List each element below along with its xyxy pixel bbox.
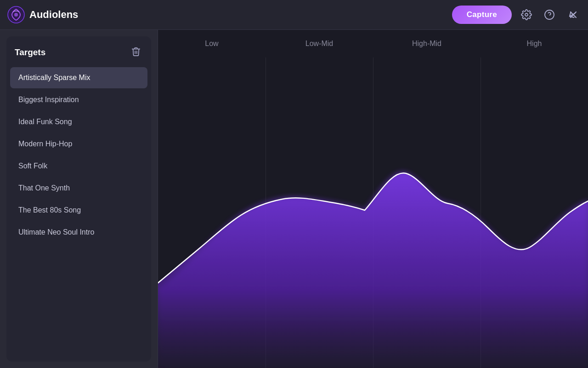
main-content: Targets Artistically Sparse MixBiggest I… <box>0 30 588 368</box>
target-item[interactable]: Ideal Funk Song <box>10 111 147 132</box>
sidebar-header: Targets <box>6 36 151 66</box>
svg-point-1 <box>14 13 18 17</box>
trash-icon <box>131 46 141 57</box>
target-item[interactable]: The Best 80s Song <box>10 200 147 221</box>
target-list: Artistically Sparse MixBiggest Inspirati… <box>6 67 151 243</box>
logo-area: Audiolens <box>7 6 452 23</box>
app-header: Audiolens Capture <box>0 0 588 30</box>
freq-label-high: High <box>481 40 588 48</box>
target-item[interactable]: Biggest Inspiration <box>10 89 147 110</box>
freq-label-low-mid: Low-Mid <box>266 40 373 48</box>
target-item[interactable]: Artistically Sparse Mix <box>10 67 147 88</box>
delete-target-button[interactable] <box>129 45 143 60</box>
capture-button[interactable]: Capture <box>452 6 512 24</box>
sidebar-title: Targets <box>15 47 45 58</box>
target-item[interactable]: Modern Hip-Hop <box>10 133 147 155</box>
freq-label-low: Low <box>158 40 266 48</box>
help-button[interactable] <box>541 6 558 23</box>
target-item[interactable]: That One Synth <box>10 178 147 199</box>
settings-button[interactable] <box>518 6 535 23</box>
back-arrow-icon <box>567 9 578 20</box>
frequency-labels: LowLow-MidHigh-MidHigh <box>158 30 588 58</box>
target-item[interactable]: Ultimate Neo Soul Intro <box>10 222 147 243</box>
sidebar-panel: Targets Artistically Sparse MixBiggest I… <box>6 36 151 362</box>
svg-point-3 <box>545 10 554 19</box>
header-controls: Capture <box>452 6 581 24</box>
frequency-chart <box>158 58 588 368</box>
gear-icon <box>521 9 532 20</box>
chart-area: LowLow-MidHigh-MidHigh <box>158 30 588 368</box>
help-icon <box>544 9 555 20</box>
arrow-icon-button[interactable] <box>564 6 581 23</box>
freq-label-high-mid: High-Mid <box>373 40 481 48</box>
sidebar: Targets Artistically Sparse MixBiggest I… <box>0 30 158 368</box>
target-item[interactable]: Soft Folk <box>10 155 147 177</box>
app-title: Audiolens <box>29 9 78 21</box>
svg-point-2 <box>525 13 528 16</box>
app-logo-icon <box>7 6 25 23</box>
